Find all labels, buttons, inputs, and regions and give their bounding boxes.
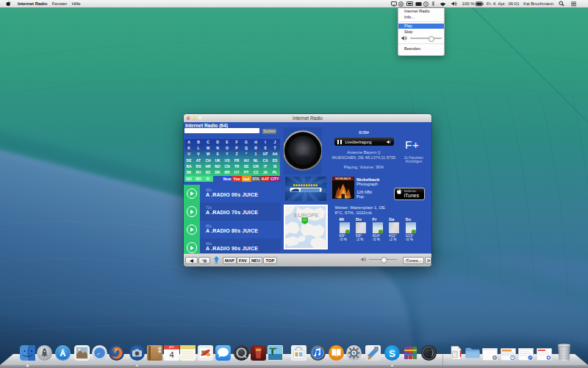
svg-text:iTunes: iTunes	[404, 193, 420, 198]
svg-text:S: S	[389, 348, 395, 359]
svg-text:4: 4	[169, 350, 173, 359]
svg-text:APR: APR	[169, 346, 174, 349]
svg-text:NICKELBACK: NICKELBACK	[335, 177, 351, 180]
svg-text:EUROPE: EUROPE	[294, 211, 319, 218]
